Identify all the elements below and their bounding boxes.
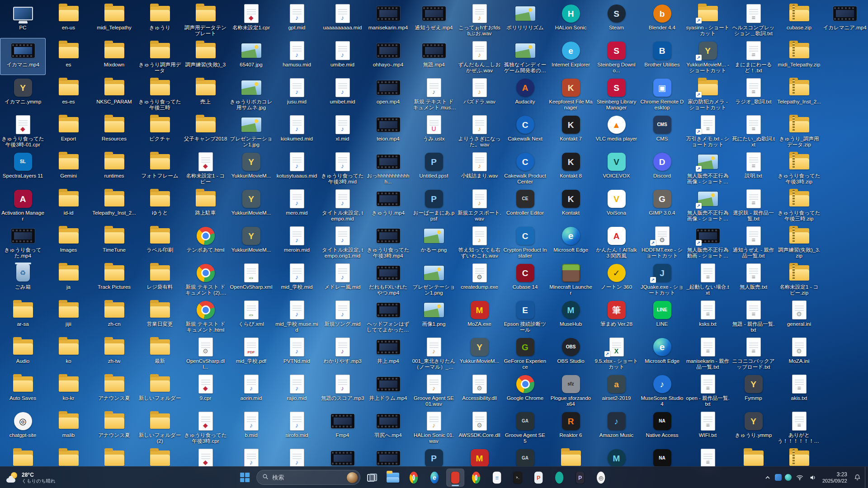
desktop-icon[interactable]: GGIMP 3.0.4 (639, 186, 685, 223)
desktop-icon[interactable]: midi_Telepathy (91, 1, 137, 38)
desktop-icon[interactable]: en-us (46, 1, 91, 38)
desktop-icon[interactable]: 売上 (183, 75, 228, 112)
desktop-icon[interactable]: ≡ニコニコバックアップロード.txt (731, 334, 776, 371)
desktop-icon[interactable]: ♪新規 テキスト ドキュメント.musicxml (411, 75, 457, 112)
notification-bell-icon[interactable] (851, 472, 863, 483)
desktop-icon[interactable]: Yイカマニ.ymmp (0, 75, 46, 112)
desktop-icon[interactable]: Google Chrome (502, 371, 548, 408)
desktop-icon[interactable]: きゅうり (137, 1, 183, 38)
desktop-icon[interactable]: Audio (0, 334, 46, 371)
presentation-app-taskbar-button[interactable]: P (529, 469, 547, 487)
search-box[interactable] (256, 470, 360, 485)
desktop-icon[interactable]: きゅうり調声用データ (137, 38, 183, 75)
desktop-icon[interactable]: ⚙↗HDDFMT.exe - ショートカット (639, 223, 685, 260)
media-app-taskbar-button[interactable] (446, 469, 464, 487)
desktop-icon[interactable]: ≡↗万引きメモ.txt - ショートカット (685, 112, 731, 149)
desktop-icon[interactable]: ♪kotusytuaaus.mid (274, 149, 320, 186)
tray-app-icon-1[interactable] (775, 474, 782, 481)
desktop-icon[interactable]: aairset2-2019 (594, 371, 639, 408)
desktop-icon[interactable]: ↗家の防犯カメラ - ショートカット (685, 75, 731, 112)
desktop-icon[interactable]: プレゼンテーション1.png (411, 260, 457, 297)
desktop-icon[interactable]: ▲VLC media player (594, 112, 639, 149)
desktop-icon[interactable]: ♪sirofo.mid (274, 408, 320, 446)
desktop-icon[interactable]: ↗無人販売不正行為画像 - ショートカット (685, 149, 731, 186)
desktop-icon[interactable]: 調声練習(失敗)_3.zip (776, 223, 822, 260)
desktop-icon[interactable]: CMSCMS (639, 112, 685, 149)
desktop-icon[interactable]: Y↗YukkuriMovieM... - ショートカット (685, 38, 731, 75)
desktop-icon[interactable]: 調声用データテンプレート (183, 1, 228, 38)
desktop-icon[interactable]: 筆筆まめ Ver.28 (594, 297, 639, 334)
desktop-icon[interactable]: ▣Chrome Remote Desktop (639, 75, 685, 112)
desktop-icon[interactable]: ♪gpt.mid (274, 1, 320, 38)
search-highlight-icon[interactable] (347, 472, 358, 483)
desktop-icon[interactable]: NANative Access (639, 408, 685, 446)
tray-overflow-button[interactable] (762, 473, 773, 483)
desktop-icon[interactable]: 羽尻へ.mp4 (365, 408, 411, 446)
desktop-icon[interactable]: ↗無人販売不正行為動画 - ショートカット (685, 223, 731, 260)
desktop-icon[interactable]: 父子キャンプ2018 (183, 112, 228, 149)
desktop-icon[interactable]: プレゼンテーション1.jpg (228, 112, 274, 149)
desktop-icon[interactable]: Gemini (46, 149, 91, 186)
desktop-icon[interactable]: CCrypton Product Installer (502, 223, 548, 260)
desktop-icon[interactable]: ♻ごみ箱 (0, 260, 46, 297)
desktop-icon[interactable]: KKeepforest File Manager (548, 75, 594, 112)
desktop-icon[interactable]: きゅうり食ってた午後3時.zip (776, 149, 822, 186)
desktop-icon[interactable]: ♪こってぉhすおfds bぶお.wav (457, 1, 502, 38)
desktop-icon[interactable]: ✓ノートン 360 (594, 260, 639, 297)
desktop-icon[interactable]: MMuseHub (548, 297, 594, 334)
desktop-icon[interactable]: RReaktor 6 (548, 408, 594, 446)
desktop-icon[interactable]: OBSOBS Studio (548, 334, 594, 371)
desktop-icon[interactable]: ピクチャ (137, 112, 183, 149)
desktop-icon[interactable]: Uうみ.ustx (411, 112, 457, 149)
desktop-icon[interactable]: ♪mid_学校 muse.mid (274, 297, 320, 334)
desktop-icon[interactable]: PUntitled.ppsf (411, 149, 457, 186)
desktop-icon[interactable]: AActivation Manager (0, 186, 46, 223)
desktop-icon[interactable]: ♪答え知ってても右ずいわこれ.wav (457, 223, 502, 260)
desktop-icon[interactable]: 画像1.png (411, 297, 457, 334)
video-editor-taskbar-button[interactable]: P (571, 469, 589, 487)
desktop-icon[interactable]: ♪新規ソング.mid (320, 297, 365, 334)
desktop-icon[interactable]: zh-tw (91, 334, 137, 371)
desktop-icon[interactable]: YFymmp (731, 371, 776, 408)
desktop-icon[interactable]: AAudacity (502, 75, 548, 112)
chatgpt-taskbar-button[interactable]: ◎ (592, 469, 610, 487)
desktop-icon[interactable]: eMicrosoft Edge (548, 223, 594, 260)
desktop-icon[interactable]: ≡まにまにわーるど！.txt (731, 38, 776, 75)
desktop-icon[interactable]: id-id (46, 186, 91, 223)
desktop-icon[interactable]: CCubase 14 (502, 260, 548, 297)
desktop-icon[interactable]: ♪タイトル未設定, tempo.mid (320, 186, 365, 223)
desktop-icon[interactable]: GGeForce Experience (502, 334, 548, 371)
desktop-icon[interactable]: ≡akis.txt (776, 371, 822, 408)
desktop-icon[interactable]: Export (46, 112, 91, 149)
desktop-icon[interactable]: ♪uaaaaaaaaa.mid (320, 1, 365, 38)
desktop-icon[interactable]: YYukkuriMovieM... (228, 186, 274, 223)
notepad-taskbar-button[interactable]: ≡ (488, 469, 506, 487)
desktop-icon[interactable]: ⚙createdump.exe (457, 260, 502, 297)
desktop-icon[interactable]: ♪rajio.mid (274, 371, 320, 408)
desktop-icon[interactable]: ♪b.mid (228, 408, 274, 446)
desktop-icon[interactable]: Track Pictures (91, 260, 137, 297)
desktop-icon[interactable]: ♪Amazon Music (594, 408, 639, 446)
desktop-icon[interactable]: SLSpectraLayers 11 (0, 149, 46, 186)
desktop-icon[interactable]: 最新 (137, 334, 183, 371)
desktop-icon[interactable]: ♪わかりやす.mp3 (320, 334, 365, 371)
desktop-icon[interactable]: HHALion Sonic (548, 1, 594, 38)
desktop-icon[interactable]: ◆9.cpr (183, 371, 228, 408)
task-view-taskbar-button[interactable] (363, 469, 381, 487)
desktop-icon[interactable]: 路上駐車 (183, 186, 228, 223)
clock[interactable]: 3:23 2025/09/22 (820, 471, 851, 484)
desktop-icon[interactable]: ⚙Accessibility.dll (457, 371, 502, 408)
tray-app-icon-2[interactable] (785, 474, 792, 481)
desktop-icon[interactable]: ≡通知うぜえ - 親作品一覧.txt (731, 223, 776, 260)
desktop-icon[interactable]: Auto Saves (0, 371, 46, 408)
desktop-icon[interactable]: ♪ずんだもん＿しおかぜふ.wav (457, 38, 502, 75)
desktop-icon[interactable]: ♪無題のスコア.mp3 (320, 371, 365, 408)
desktop-icon[interactable]: 営業日変更 (137, 297, 183, 334)
desktop-icon[interactable]: BBrother Utilities (639, 38, 685, 75)
desktop-icon[interactable]: 調声練習(失敗)_3 (183, 38, 228, 75)
desktop-icon[interactable]: ♪新規エクスポート.wav (457, 186, 502, 223)
desktop-icon[interactable]: ◆名称未設定1.cpr (228, 1, 274, 38)
desktop-icon[interactable]: KKontakt 7 (548, 112, 594, 149)
desktop-icon[interactable]: teion.mp4 (365, 112, 411, 149)
desktop-icon[interactable]: ⚙MoZA.ini (776, 334, 822, 371)
